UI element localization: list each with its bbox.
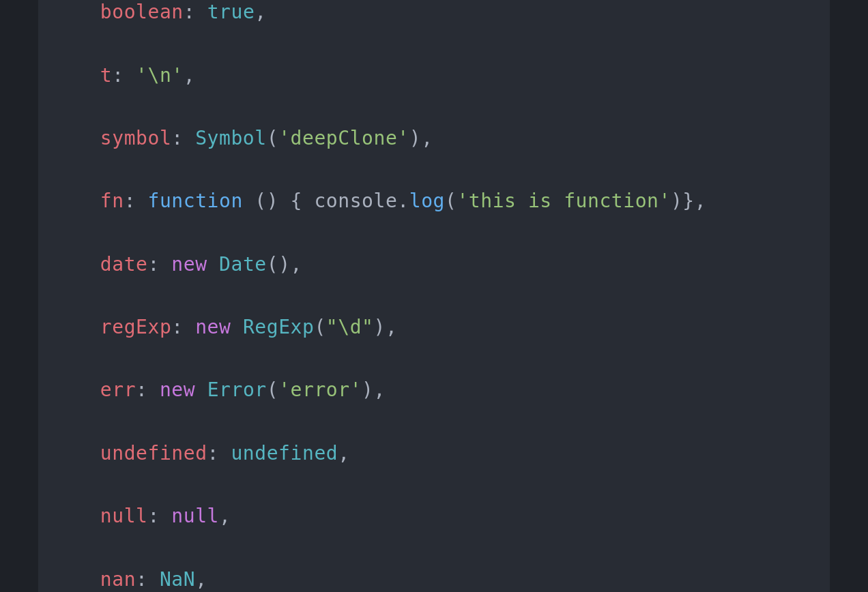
code-line-6: symbol: Symbol('deepClone'), [76, 123, 792, 154]
code-line-4: boolean: true, [76, 0, 792, 28]
code-line-5: t: '\n', [76, 60, 792, 91]
code-line-8: date: new Date(), [76, 249, 792, 280]
code-container: var obj = { string: 'type is string', nu… [38, 0, 830, 592]
code-line-9: regExp: new RegExp("\d"), [76, 312, 792, 343]
code-line-12: null: null, [76, 501, 792, 532]
code-block: var obj = { string: 'type is string', nu… [76, 0, 792, 592]
code-line-13: nan: NaN, [76, 564, 792, 592]
code-line-10: err: new Error('error'), [76, 374, 792, 406]
code-line-7: fn: function () { console.log('this is f… [76, 186, 792, 217]
code-line-11: undefined: undefined, [76, 438, 792, 469]
